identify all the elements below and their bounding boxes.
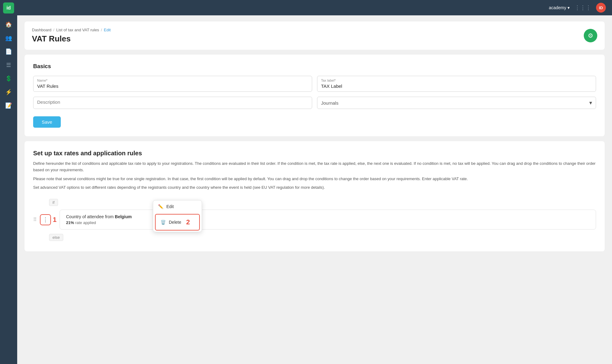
settings-button[interactable]: ⚙ [584, 29, 597, 42]
badge-1: 1 [53, 216, 56, 224]
dots-menu-button[interactable]: ⋮ [41, 215, 50, 225]
header-card: Dashboard / List of tax and VAT rules / … [25, 21, 605, 50]
tax-desc-1: Define hereunder the list of conditions … [33, 161, 596, 173]
country-label: Country of attendee [66, 214, 104, 219]
rule-card-rate: 21% rate applied [66, 220, 590, 225]
sidebar-item-documents[interactable]: 📄 [2, 45, 15, 58]
workspace-name: academy [549, 5, 566, 10]
name-field[interactable]: Name* [33, 76, 312, 92]
from-text: from [105, 214, 114, 219]
sidebar-item-home[interactable]: 🏠 [2, 18, 15, 31]
badge-2: 2 [186, 218, 190, 226]
header-left: Dashboard / List of tax and VAT rules / … [32, 28, 111, 44]
journals-value: Journals [321, 100, 339, 106]
tax-desc-2: Please note that several conditions migh… [33, 176, 596, 182]
else-label: else [49, 234, 63, 241]
sidebar-item-billing[interactable]: 💲 [2, 72, 15, 85]
context-menu: ✏️ Edit 🗑️ Delete 2 [153, 200, 202, 232]
drag-handle-icon[interactable]: ⠿ [33, 217, 37, 223]
workspace-selector[interactable]: academy ▾ [549, 5, 570, 10]
if-label: if [49, 199, 58, 206]
app-logo: id [3, 2, 14, 14]
delete-label: Delete [169, 220, 181, 225]
tax-label-input[interactable] [321, 83, 592, 89]
country-name: Belgium [115, 214, 132, 219]
workspace-chevron-icon: ▾ [567, 5, 570, 10]
page-title: VAT Rules [32, 34, 111, 44]
edit-label: Edit [166, 204, 174, 209]
rule-row: ⠿ ⋮ 1 Country of attendee from Belgium 2… [33, 210, 596, 230]
form-row-1: Name* Tax label* [33, 76, 596, 92]
topbar: academy ▾ ⋮⋮⋮ ID [17, 0, 612, 15]
breadcrumb-sep-2: / [101, 28, 102, 32]
main-container: academy ▾ ⋮⋮⋮ ID Dashboard / List of tax… [17, 0, 612, 364]
sidebar-item-tax[interactable]: ⚡ [2, 86, 15, 98]
journals-field[interactable]: Journals ▾ [317, 97, 596, 109]
sidebar-item-users[interactable]: 👥 [2, 32, 15, 44]
name-label: Name* [37, 79, 308, 82]
breadcrumb-list[interactable]: List of tax and VAT rules [56, 28, 99, 32]
context-menu-edit[interactable]: ✏️ Edit [153, 200, 202, 213]
breadcrumb: Dashboard / List of tax and VAT rules / … [32, 28, 111, 32]
rate-value: 21% [66, 220, 74, 225]
tax-desc-3: Set advanced VAT options to set differen… [33, 184, 596, 191]
name-input[interactable] [37, 83, 308, 89]
tax-label-field[interactable]: Tax label* [317, 76, 596, 92]
basics-section-title: Basics [33, 63, 596, 70]
rule-card: Country of attendee from Belgium 21% rat… [60, 210, 596, 230]
save-button[interactable]: Save [33, 116, 61, 128]
breadcrumb-edit[interactable]: Edit [104, 28, 110, 32]
basics-form-card: Basics Name* Tax label* Journals ▾ [25, 55, 605, 136]
description-input[interactable] [37, 99, 308, 105]
form-row-2: Journals ▾ [33, 97, 596, 109]
dots-button-highlight: ⋮ [40, 214, 51, 225]
breadcrumb-dashboard[interactable]: Dashboard [32, 28, 52, 32]
page-content: Dashboard / List of tax and VAT rules / … [17, 15, 612, 364]
user-avatar[interactable]: ID [596, 3, 606, 13]
edit-icon: ✏️ [158, 204, 163, 209]
context-menu-delete[interactable]: 🗑️ Delete 2 [155, 214, 200, 230]
apps-grid-icon[interactable]: ⋮⋮⋮ [575, 4, 591, 11]
journals-chevron-icon: ▾ [589, 99, 592, 106]
tax-label-label: Tax label* [321, 79, 592, 82]
tax-section: Set up tax rates and application rules D… [25, 141, 605, 251]
rule-card-title: Country of attendee from Belgium [66, 214, 590, 219]
breadcrumb-sep-1: / [53, 28, 55, 32]
description-field[interactable] [33, 97, 312, 109]
sidebar-item-notes[interactable]: 📝 [2, 99, 15, 112]
rules-area: if ⠿ ⋮ 1 Country of attendee from Belgiu… [33, 197, 596, 243]
rate-text: rate applied [75, 220, 96, 225]
sidebar-item-list[interactable]: ☰ [2, 59, 15, 71]
delete-icon: 🗑️ [161, 220, 166, 225]
sidebar: id 🏠 👥 📄 ☰ 💲 ⚡ 📝 [0, 0, 17, 364]
tax-section-title: Set up tax rates and application rules [33, 150, 596, 157]
